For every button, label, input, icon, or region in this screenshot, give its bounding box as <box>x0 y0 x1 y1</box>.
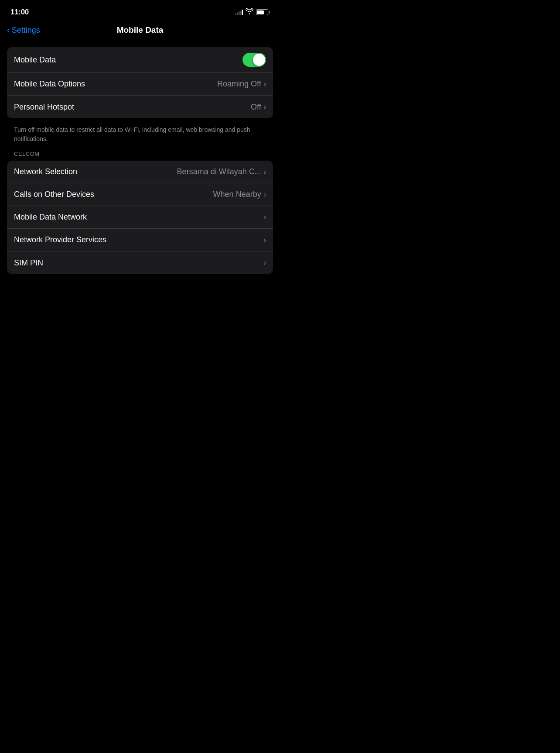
calls-other-devices-row[interactable]: Calls on Other Devices When Nearby › <box>7 183 273 206</box>
back-button[interactable]: ‹ Settings <box>7 25 40 35</box>
sim-pin-row[interactable]: SIM PIN › <box>7 251 273 274</box>
chevron-icon: › <box>264 191 266 199</box>
helper-text: Turn off mobile data to restrict all dat… <box>7 122 273 151</box>
chevron-icon: › <box>264 259 266 267</box>
network-provider-services-row[interactable]: Network Provider Services › <box>7 229 273 251</box>
hotspot-value: Off <box>251 103 261 112</box>
network-provider-label: Network Provider Services <box>14 235 106 244</box>
wifi-icon <box>246 8 253 16</box>
network-selection-label: Network Selection <box>14 167 77 176</box>
mobile-data-options-label: Mobile Data Options <box>14 79 85 89</box>
nav-bar: ‹ Settings Mobile Data <box>0 22 280 42</box>
calls-other-devices-label: Calls on Other Devices <box>14 190 94 199</box>
chevron-icon: › <box>264 103 266 111</box>
status-bar: 11:00 <box>0 0 280 22</box>
mobile-data-right <box>242 53 266 67</box>
mobile-data-network-row[interactable]: Mobile Data Network › <box>7 206 273 229</box>
sim-pin-label: SIM PIN <box>14 258 43 268</box>
chevron-icon: › <box>264 213 266 221</box>
content-area: Mobile Data Mobile Data Options Roaming … <box>0 42 280 274</box>
mobile-data-row[interactable]: Mobile Data <box>7 47 273 73</box>
status-time: 11:00 <box>10 8 29 17</box>
network-selection-right: Bersama di Wilayah C... › <box>177 167 266 176</box>
chevron-icon: › <box>264 168 266 176</box>
mobile-data-label: Mobile Data <box>14 55 56 65</box>
page-title: Mobile Data <box>117 25 164 35</box>
personal-hotspot-label: Personal Hotspot <box>14 103 74 112</box>
sim-pin-right: › <box>264 259 266 267</box>
mobile-data-options-right: Roaming Off › <box>217 79 266 89</box>
back-chevron-icon: ‹ <box>7 25 10 35</box>
network-value: Bersama di Wilayah C... <box>177 167 261 176</box>
calls-value: When Nearby <box>213 190 261 199</box>
section-label: CELCOM <box>7 151 273 161</box>
mobile-data-toggle[interactable] <box>242 53 266 67</box>
personal-hotspot-right: Off › <box>251 103 266 112</box>
calls-other-devices-right: When Nearby › <box>213 190 266 199</box>
toggle-knob <box>253 54 265 66</box>
status-icons <box>235 8 270 16</box>
main-settings-group: Mobile Data Mobile Data Options Roaming … <box>7 47 273 118</box>
mobile-data-network-label: Mobile Data Network <box>14 213 87 222</box>
celcom-settings-group: Network Selection Bersama di Wilayah C..… <box>7 161 273 274</box>
chevron-icon: › <box>264 80 266 88</box>
signal-icon <box>235 9 243 15</box>
back-label: Settings <box>12 26 40 35</box>
battery-icon <box>256 9 270 15</box>
roaming-value: Roaming Off <box>217 79 261 89</box>
network-selection-row[interactable]: Network Selection Bersama di Wilayah C..… <box>7 161 273 183</box>
mobile-data-options-row[interactable]: Mobile Data Options Roaming Off › <box>7 73 273 96</box>
chevron-icon: › <box>264 236 266 244</box>
personal-hotspot-row[interactable]: Personal Hotspot Off › <box>7 96 273 118</box>
network-provider-right: › <box>264 236 266 244</box>
mobile-data-network-right: › <box>264 213 266 221</box>
